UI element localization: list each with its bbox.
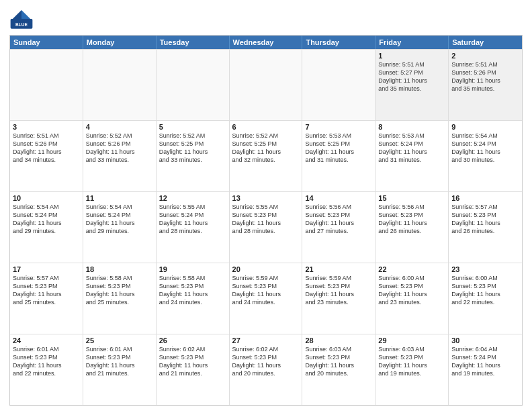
day-info: Sunrise: 5:53 AM Sunset: 5:24 PM Dayligh… [378,132,445,165]
calendar-cell: 17Sunrise: 5:57 AM Sunset: 5:23 PM Dayli… [10,263,83,334]
day-info: Sunrise: 5:51 AM Sunset: 5:26 PM Dayligh… [451,60,519,93]
day-number: 10 [13,194,80,202]
day-number: 29 [378,336,445,345]
calendar-cell: 22Sunrise: 6:00 AM Sunset: 5:23 PM Dayli… [375,263,449,334]
day-number: 15 [378,194,445,202]
day-number: 8 [378,123,445,131]
day-info: Sunrise: 5:52 AM Sunset: 5:25 PM Dayligh… [232,132,300,165]
svg-text:BLUE: BLUE [15,22,28,27]
calendar-week: 3Sunrise: 5:51 AM Sunset: 5:26 PM Daylig… [10,120,522,191]
day-info: Sunrise: 6:03 AM Sunset: 5:23 PM Dayligh… [305,345,372,378]
cal-header-cell: Friday [375,36,449,49]
day-number: 1 [378,52,445,60]
calendar-cell: 2Sunrise: 5:51 AM Sunset: 5:26 PM Daylig… [449,50,522,120]
calendar-cell: 11Sunrise: 5:54 AM Sunset: 5:24 PM Dayli… [83,192,157,263]
calendar-cell: 1Sunrise: 5:51 AM Sunset: 5:27 PM Daylig… [375,50,449,120]
calendar-cell: 4Sunrise: 5:52 AM Sunset: 5:26 PM Daylig… [83,121,157,191]
day-number: 24 [13,336,80,345]
cal-header-cell: Tuesday [157,36,230,49]
day-info: Sunrise: 5:54 AM Sunset: 5:24 PM Dayligh… [451,132,519,165]
day-number: 14 [305,194,372,202]
day-number: 9 [451,123,519,131]
calendar-cell: 21Sunrise: 5:59 AM Sunset: 5:23 PM Dayli… [302,263,375,334]
day-number: 20 [232,265,300,273]
day-info: Sunrise: 6:04 AM Sunset: 5:24 PM Dayligh… [451,345,519,378]
header: BLUE [9,7,523,31]
day-info: Sunrise: 6:00 AM Sunset: 5:23 PM Dayligh… [451,274,519,307]
page: BLUE SundayMondayTuesdayWednesdayThursda… [0,0,532,411]
calendar-cell: 9Sunrise: 5:54 AM Sunset: 5:24 PM Daylig… [449,121,522,191]
day-number: 18 [86,265,153,273]
calendar-week: 17Sunrise: 5:57 AM Sunset: 5:23 PM Dayli… [10,263,522,334]
calendar-cell: 19Sunrise: 5:58 AM Sunset: 5:23 PM Dayli… [157,263,230,334]
calendar-week: 10Sunrise: 5:54 AM Sunset: 5:24 PM Dayli… [10,191,522,263]
calendar-cell: 14Sunrise: 5:56 AM Sunset: 5:23 PM Dayli… [302,192,375,263]
calendar-cell: 28Sunrise: 6:03 AM Sunset: 5:23 PM Dayli… [302,334,375,405]
day-info: Sunrise: 6:01 AM Sunset: 5:23 PM Dayligh… [13,345,80,378]
day-info: Sunrise: 5:51 AM Sunset: 5:27 PM Dayligh… [378,60,445,93]
day-number: 21 [305,265,372,273]
calendar-cell: 25Sunrise: 6:01 AM Sunset: 5:23 PM Dayli… [83,334,157,405]
day-number: 19 [159,265,226,273]
calendar-cell: 20Sunrise: 5:59 AM Sunset: 5:23 PM Dayli… [230,263,303,334]
day-number: 2 [451,52,519,60]
day-info: Sunrise: 5:52 AM Sunset: 5:25 PM Dayligh… [159,132,226,165]
calendar-cell: 30Sunrise: 6:04 AM Sunset: 5:24 PM Dayli… [449,334,522,405]
calendar-cell [83,50,157,120]
day-info: Sunrise: 6:02 AM Sunset: 5:23 PM Dayligh… [232,345,300,378]
day-number: 7 [305,123,372,131]
calendar-cell: 27Sunrise: 6:02 AM Sunset: 5:23 PM Dayli… [230,334,303,405]
day-number: 17 [13,265,80,273]
day-info: Sunrise: 6:03 AM Sunset: 5:23 PM Dayligh… [378,345,445,378]
day-number: 26 [159,336,226,345]
calendar-cell: 16Sunrise: 5:57 AM Sunset: 5:23 PM Dayli… [449,192,522,263]
day-info: Sunrise: 5:51 AM Sunset: 5:26 PM Dayligh… [13,132,80,165]
day-info: Sunrise: 5:58 AM Sunset: 5:23 PM Dayligh… [159,274,226,307]
day-info: Sunrise: 5:54 AM Sunset: 5:24 PM Dayligh… [86,203,153,236]
calendar-cell: 10Sunrise: 5:54 AM Sunset: 5:24 PM Dayli… [10,192,83,263]
calendar-week: 24Sunrise: 6:01 AM Sunset: 5:23 PM Dayli… [10,334,522,405]
day-info: Sunrise: 6:01 AM Sunset: 5:23 PM Dayligh… [86,345,153,378]
day-number: 25 [86,336,153,345]
day-info: Sunrise: 5:54 AM Sunset: 5:24 PM Dayligh… [13,203,80,236]
logo: BLUE [9,7,36,31]
calendar-cell: 8Sunrise: 5:53 AM Sunset: 5:24 PM Daylig… [375,121,449,191]
calendar-cell: 13Sunrise: 5:55 AM Sunset: 5:23 PM Dayli… [230,192,303,263]
day-number: 22 [378,265,445,273]
day-number: 30 [451,336,519,345]
calendar-body: 1Sunrise: 5:51 AM Sunset: 5:27 PM Daylig… [10,49,522,405]
day-info: Sunrise: 5:59 AM Sunset: 5:23 PM Dayligh… [305,274,372,307]
day-info: Sunrise: 5:59 AM Sunset: 5:23 PM Dayligh… [232,274,300,307]
cal-header-cell: Saturday [449,36,522,49]
calendar-cell: 18Sunrise: 5:58 AM Sunset: 5:23 PM Dayli… [83,263,157,334]
day-number: 6 [232,123,300,131]
day-info: Sunrise: 5:56 AM Sunset: 5:23 PM Dayligh… [305,203,372,236]
day-info: Sunrise: 5:52 AM Sunset: 5:26 PM Dayligh… [86,132,153,165]
day-info: Sunrise: 5:55 AM Sunset: 5:23 PM Dayligh… [232,203,300,236]
calendar-cell: 12Sunrise: 5:55 AM Sunset: 5:24 PM Dayli… [157,192,230,263]
day-number: 13 [232,194,300,202]
day-info: Sunrise: 5:58 AM Sunset: 5:23 PM Dayligh… [86,274,153,307]
day-number: 16 [451,194,519,202]
day-info: Sunrise: 5:56 AM Sunset: 5:23 PM Dayligh… [378,203,445,236]
calendar-cell: 29Sunrise: 6:03 AM Sunset: 5:23 PM Dayli… [375,334,449,405]
day-number: 28 [305,336,372,345]
day-info: Sunrise: 6:02 AM Sunset: 5:23 PM Dayligh… [159,345,226,378]
calendar-cell: 26Sunrise: 6:02 AM Sunset: 5:23 PM Dayli… [157,334,230,405]
day-info: Sunrise: 5:57 AM Sunset: 5:23 PM Dayligh… [451,203,519,236]
calendar-cell: 7Sunrise: 5:53 AM Sunset: 5:25 PM Daylig… [302,121,375,191]
day-number: 27 [232,336,300,345]
calendar-cell: 5Sunrise: 5:52 AM Sunset: 5:25 PM Daylig… [157,121,230,191]
day-number: 3 [13,123,80,131]
day-number: 4 [86,123,153,131]
day-info: Sunrise: 5:53 AM Sunset: 5:25 PM Dayligh… [305,132,372,165]
day-info: Sunrise: 5:57 AM Sunset: 5:23 PM Dayligh… [13,274,80,307]
day-number: 5 [159,123,226,131]
calendar-cell: 23Sunrise: 6:00 AM Sunset: 5:23 PM Dayli… [449,263,522,334]
calendar-cell: 15Sunrise: 5:56 AM Sunset: 5:23 PM Dayli… [375,192,449,263]
cal-header-cell: Wednesday [230,36,303,49]
calendar-cell: 6Sunrise: 5:52 AM Sunset: 5:25 PM Daylig… [230,121,303,191]
calendar-cell: 24Sunrise: 6:01 AM Sunset: 5:23 PM Dayli… [10,334,83,405]
cal-header-cell: Thursday [302,36,375,49]
cal-header-cell: Sunday [10,36,83,49]
